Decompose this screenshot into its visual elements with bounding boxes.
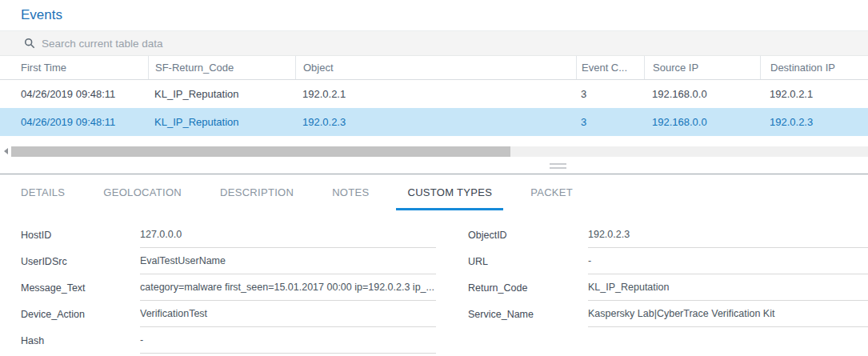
field-value: VerificationTest [140, 301, 436, 327]
column-header-first-time[interactable]: First Time [0, 56, 148, 79]
field-device-action: Device_Action VerificationTest [21, 301, 436, 327]
tab-packet[interactable]: PACKET [519, 174, 584, 210]
tab-notes[interactable]: NOTES [321, 174, 380, 210]
scrollbar-track[interactable] [11, 146, 868, 157]
column-header-source-ip[interactable]: Source IP [644, 56, 760, 79]
cell-first-time: 04/26/2019 09:48:11 [0, 80, 148, 108]
table-row-partial[interactable]: 04/26/2019 09:48:11 KL_BotnetCnC_URL fak… [0, 136, 868, 145]
cell-first-time: 04/26/2019 09:48:11 [0, 136, 148, 145]
tab-geolocation[interactable]: GEOLOCATION [92, 174, 193, 210]
search-bar [0, 31, 868, 56]
field-value: 192.0.2.3 [588, 222, 868, 248]
cell-event-count: 3 [576, 80, 644, 108]
scrollbar-thumb[interactable] [11, 146, 510, 157]
field-value: - [588, 248, 868, 274]
field-label: UserIDSrc [21, 248, 140, 274]
field-label: Message_Text [21, 274, 140, 301]
cell-destination-ip [760, 136, 868, 145]
field-label: URL [468, 248, 588, 274]
cell-source-ip: 192.168.0.0 [644, 108, 760, 136]
resize-grip[interactable] [550, 163, 566, 171]
field-label: Service_Name [468, 301, 588, 327]
field-objectid: ObjectID 192.0.2.3 [468, 222, 868, 248]
field-value: category=malware first_seen=15.01.2017 0… [140, 274, 436, 301]
table-row-selected[interactable]: 04/26/2019 09:48:11 KL_IP_Reputation 192… [0, 108, 868, 136]
panel-gap [0, 158, 868, 174]
cell-return-code: KL_BotnetCnC_URL [148, 136, 295, 145]
cell-return-code: KL_IP_Reputation [148, 108, 295, 136]
cell-return-code: KL_IP_Reputation [148, 80, 295, 108]
field-label: ObjectID [468, 222, 588, 248]
table-header: First Time SF-Return_Code Object Event C… [0, 56, 868, 80]
field-label: Device_Action [21, 301, 140, 327]
search-icon [24, 38, 35, 49]
field-label: HostID [21, 222, 140, 248]
field-value: EvalTestUserName [140, 248, 436, 274]
field-value: - [140, 327, 436, 354]
field-hostid: HostID 127.0.0.0 [21, 222, 436, 248]
search-input[interactable] [42, 38, 602, 50]
field-url: URL - [468, 248, 868, 274]
panel-header: Events [0, 0, 868, 31]
detail-tabs: DETAILS GEOLOCATION DESCRIPTION NOTES CU… [0, 174, 868, 210]
cell-destination-ip: 192.0.2.1 [760, 80, 868, 108]
column-header-object[interactable]: Object [295, 56, 576, 79]
events-table-body: 04/26/2019 09:48:11 KL_IP_Reputation 192… [0, 80, 868, 145]
grip-line [550, 167, 566, 169]
column-header-sf-return-code[interactable]: SF-Return_Code [148, 56, 295, 79]
horizontal-scrollbar [0, 145, 868, 158]
cell-object: fakess123.nu (URL) [295, 136, 576, 145]
field-service-name: Service_Name Kaspersky Lab|CyberTrace Ve… [468, 301, 868, 327]
cell-destination-ip: 192.0.2.3 [760, 108, 868, 136]
field-message-text: Message_Text category=malware first_seen… [21, 274, 436, 301]
custom-types-panel: HostID 127.0.0.0 UserIDSrc EvalTestUserN… [0, 210, 868, 354]
field-value: 127.0.0.0 [140, 222, 436, 248]
field-value: KL_IP_Reputation [588, 274, 868, 301]
column-header-destination-ip[interactable]: Destination IP [760, 56, 868, 79]
field-label: Return_Code [468, 274, 588, 301]
page-title: Events [21, 7, 62, 23]
grip-line [550, 163, 566, 165]
cell-first-time: 04/26/2019 09:48:11 [0, 108, 148, 136]
scroll-left-button[interactable] [0, 145, 11, 158]
field-useridsrc: UserIDSrc EvalTestUserName [21, 248, 436, 274]
field-hash: Hash - [21, 327, 436, 354]
table-row[interactable]: 04/26/2019 09:48:11 KL_IP_Reputation 192… [0, 80, 868, 108]
tab-description[interactable]: DESCRIPTION [209, 174, 305, 210]
tab-custom-types[interactable]: CUSTOM TYPES [396, 174, 503, 210]
cell-object: 192.0.2.1 [295, 80, 576, 108]
field-return-code: Return_Code KL_IP_Reputation [468, 274, 868, 301]
field-label: Hash [21, 327, 140, 354]
cell-source-ip: 192.168.0.0 [644, 80, 760, 108]
column-header-event-count[interactable]: Event C... [576, 56, 644, 79]
field-value: Kaspersky Lab|CyberTrace Verification Ki… [588, 301, 868, 327]
cell-event-count: 3 [576, 108, 644, 136]
cell-object: 192.0.2.3 [295, 108, 576, 136]
cell-source-ip: 192.168.0.0 [644, 136, 760, 145]
cell-event-count: 13 [576, 136, 644, 145]
tab-details[interactable]: DETAILS [10, 174, 76, 210]
fields-column-left: HostID 127.0.0.0 UserIDSrc EvalTestUserN… [21, 222, 436, 354]
fields-column-right: ObjectID 192.0.2.3 URL - Return_Code KL_… [468, 222, 868, 354]
arrow-left-icon [4, 148, 8, 154]
